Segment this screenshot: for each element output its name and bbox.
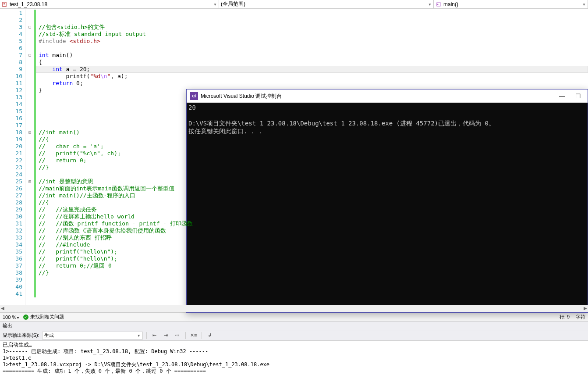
editor-status-bar: 100 %▾ ✓ 未找到相关问题 行: 9 字符 bbox=[0, 312, 588, 321]
file-scope-combo[interactable]: test_1_23.08.18 ▼ bbox=[0, 0, 219, 8]
chevron-down-icon: ▾ bbox=[17, 316, 19, 320]
output-text[interactable]: 已启动生成… 1>------ 已启动生成: 项目: test_1_23.08.… bbox=[0, 341, 588, 386]
function-text: main() bbox=[443, 1, 458, 7]
next-message-button[interactable]: ⇥ bbox=[162, 332, 170, 340]
output-toolbar: 显示输出来源(S): 生成 ▼ ⇤ ⇥ ⇨ ✕≡ ↲ bbox=[0, 330, 588, 341]
svg-rect-2 bbox=[4, 4, 5, 4]
svg-rect-1 bbox=[4, 3, 5, 4]
word-wrap-button[interactable]: ↲ bbox=[205, 332, 214, 340]
navigation-bar: test_1_23.08.18 ▼ (全局范围) ▼ main() ▼ bbox=[0, 0, 588, 9]
output-panel: 输出 显示输出来源(S): 生成 ▼ ⇤ ⇥ ⇨ ✕≡ ↲ 已启动生成… 1>-… bbox=[0, 321, 588, 386]
scroll-left-icon[interactable]: ◀ bbox=[1, 306, 4, 311]
chevron-down-icon: ▼ bbox=[582, 2, 586, 6]
file-icon bbox=[2, 1, 8, 7]
zoom-level[interactable]: 100 %▾ bbox=[3, 315, 19, 320]
scope-text: (全局范围) bbox=[221, 0, 245, 8]
scroll-right-icon[interactable]: ▶ bbox=[584, 306, 587, 311]
issues-text: 未找到相关问题 bbox=[30, 314, 64, 320]
line-number-gutter: 1234567891011121314151617181920212223242… bbox=[0, 9, 25, 305]
function-combo[interactable]: main() ▼ bbox=[434, 0, 588, 8]
goto-message-button[interactable]: ⇨ bbox=[173, 332, 182, 340]
fold-margin[interactable]: ⊟ ⊟ ⊟ ⊟ bbox=[25, 9, 34, 305]
ok-icon: ✓ bbox=[23, 315, 28, 320]
chevron-down-icon: ▼ bbox=[428, 2, 432, 6]
output-source-combo[interactable]: 生成 ▼ bbox=[42, 332, 143, 340]
prev-message-button[interactable]: ⇤ bbox=[150, 332, 159, 340]
function-icon bbox=[436, 1, 442, 7]
separator bbox=[185, 332, 186, 339]
output-panel-title[interactable]: 输出 bbox=[0, 322, 588, 330]
file-scope-text: test_1_23.08.18 bbox=[10, 1, 47, 7]
chevron-down-icon: ▼ bbox=[137, 333, 141, 337]
code-content[interactable]: //包含<stdio.h>的文件//std-标准 standard input … bbox=[36, 9, 588, 305]
scope-combo[interactable]: (全局范围) ▼ bbox=[219, 0, 434, 8]
char-indicator: 字符 bbox=[576, 314, 585, 320]
code-editor[interactable]: 1234567891011121314151617181920212223242… bbox=[0, 9, 588, 305]
chevron-down-icon: ▼ bbox=[213, 2, 217, 6]
output-source-label: 显示输出来源(S): bbox=[3, 332, 39, 339]
separator bbox=[202, 332, 202, 339]
output-source-value: 生成 bbox=[44, 332, 54, 339]
clear-output-button[interactable]: ✕≡ bbox=[189, 332, 198, 340]
separator bbox=[146, 332, 147, 339]
line-indicator: 行: 9 bbox=[560, 314, 570, 320]
editor-horizontal-scrollbar[interactable]: ◀ ▶ bbox=[0, 305, 588, 312]
svg-point-4 bbox=[437, 4, 439, 5]
